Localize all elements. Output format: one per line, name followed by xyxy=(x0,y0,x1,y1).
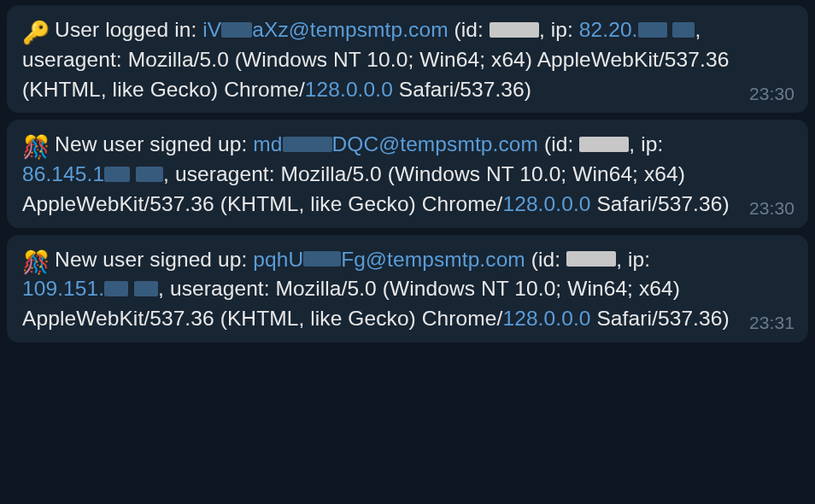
confetti-icon: 🎊 xyxy=(22,136,50,158)
chrome-version-link[interactable]: 128.0.0.0 xyxy=(502,307,590,330)
log-message-text: 🎊New user signed up: pqhUFg@tempsmtp.com… xyxy=(22,245,793,334)
redacted-segment xyxy=(136,167,163,182)
redacted-segment xyxy=(104,281,128,296)
log-message-text: 🎊New user signed up: mdDQC@tempsmtp.com … xyxy=(22,130,793,219)
ua-tail: Safari/537.36) xyxy=(591,307,730,330)
log-prefix: New user signed up: xyxy=(55,248,253,271)
email-link[interactable]: iVaXz@tempsmtp.com xyxy=(202,18,448,41)
log-prefix: User logged in: xyxy=(55,18,202,41)
chrome-version-link[interactable]: 128.0.0.0 xyxy=(305,78,393,101)
log-message-text: 🔑User logged in: iVaXz@tempsmtp.com (id:… xyxy=(22,15,793,104)
ua-tail: Safari/537.36) xyxy=(393,78,531,101)
redacted-segment xyxy=(134,281,158,296)
log-message[interactable]: 🎊New user signed up: pqhUFg@tempsmtp.com… xyxy=(7,235,808,343)
redacted-segment xyxy=(672,22,695,38)
id-label: (id: xyxy=(449,18,490,41)
id-label: (id: xyxy=(538,132,579,155)
email-part: aXz@tempsmtp.com xyxy=(252,18,448,41)
redacted-segment xyxy=(303,251,341,267)
message-timestamp: 23:31 xyxy=(749,310,794,336)
email-link[interactable]: mdDQC@tempsmtp.com xyxy=(253,132,538,155)
ip-part: 82.20. xyxy=(579,18,638,41)
message-timestamp: 23:30 xyxy=(749,196,794,221)
redacted-segment xyxy=(579,137,629,152)
chrome-version-link[interactable]: 128.0.0.0 xyxy=(502,192,590,215)
redacted-segment xyxy=(283,137,332,152)
ip-label: , ip: xyxy=(616,248,650,271)
email-part: iV xyxy=(202,18,221,41)
email-part: md xyxy=(253,132,282,155)
ip-link[interactable]: 82.20. xyxy=(579,18,695,41)
ip-part: 86.145.1 xyxy=(22,162,104,185)
email-link[interactable]: pqhUFg@tempsmtp.com xyxy=(253,248,525,271)
ip-link[interactable]: 109.151. xyxy=(22,277,158,300)
redacted-segment xyxy=(638,22,667,38)
confetti-icon: 🎊 xyxy=(22,251,50,273)
redacted-segment xyxy=(490,22,539,38)
ua-tail: Safari/537.36) xyxy=(591,192,730,215)
redacted-segment xyxy=(566,251,616,267)
key-icon: 🔑 xyxy=(22,21,50,44)
redacted-segment xyxy=(221,22,252,38)
email-part: pqhU xyxy=(253,248,303,271)
message-timestamp: 23:30 xyxy=(749,81,794,107)
log-message[interactable]: 🎊New user signed up: mdDQC@tempsmtp.com … xyxy=(7,120,808,227)
id-label: (id: xyxy=(525,248,566,271)
ip-label: , ip: xyxy=(629,132,663,155)
ip-link[interactable]: 86.145.1 xyxy=(22,162,163,185)
ip-label: , ip: xyxy=(539,18,579,41)
email-part: DQC@tempsmtp.com xyxy=(332,132,539,155)
email-part: Fg@tempsmtp.com xyxy=(341,248,525,271)
log-message[interactable]: 🔑User logged in: iVaXz@tempsmtp.com (id:… xyxy=(7,5,808,113)
log-prefix: New user signed up: xyxy=(55,132,253,155)
ip-part: 109.151. xyxy=(22,277,104,300)
redacted-segment xyxy=(104,167,130,182)
